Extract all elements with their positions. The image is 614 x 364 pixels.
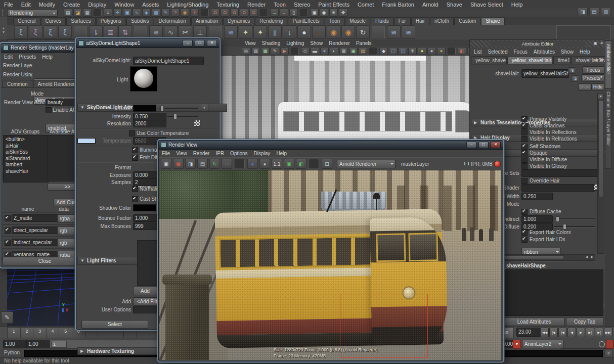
toolbox-toggle-icon[interactable]: ◨ [578,7,588,16]
snap-point-icon[interactable]: Ω [230,9,239,17]
checkbox[interactable] [521,136,528,142]
shelf-tab[interactable]: Deformation [154,17,190,25]
status-icon[interactable] [201,9,209,16]
redo-render-icon[interactable]: ▣ [161,159,171,169]
intensity-slider[interactable] [167,116,198,117]
render-view-menu-item[interactable]: Display [251,150,274,157]
current-time-field[interactable]: 23.00 [516,328,541,337]
attribute-editor-menu-item[interactable]: Help [577,48,593,56]
input-connections-icon[interactable]: → [270,9,279,17]
normalize-checkbox[interactable] [132,186,138,192]
render-view-menu-item[interactable]: IPR [212,150,227,157]
diffuse-cache-checkbox[interactable] [521,209,528,215]
cast-shadows-checkbox[interactable] [132,196,138,202]
shelf-tab[interactable]: General [13,17,40,25]
curve-icon[interactable]: ◈ [142,9,151,17]
shave-lock-icon[interactable]: ◉ [327,25,340,39]
status-icon[interactable] [260,9,268,16]
shelf-tab[interactable]: Fur [394,17,411,25]
checkbox[interactable] [521,163,528,169]
render-view-aov-field[interactable]: beauty [46,99,78,106]
light-preview-swatch[interactable] [130,66,157,92]
step-back-key-button[interactable]: |◀ [558,328,567,337]
color-swatch[interactable] [133,105,156,112]
hypershade-icon[interactable]: ❖ [339,9,347,17]
lattice-icon[interactable]: ∿ [133,9,141,17]
color-map-icon[interactable]: ▸ [201,104,208,111]
menubar-item[interactable]: Paint Effects [314,0,354,9]
shelf-tab[interactable]: Dynamics [223,17,254,25]
render-settings-titlebar[interactable]: Render Settings (masterLayer) ✕ [1,43,88,53]
shelf-icon[interactable] [209,26,222,38]
shave-arc-icon[interactable]: ↻ [356,25,370,39]
attribute-editor-tab[interactable]: yellow_shaveHairShape [507,56,553,64]
help-mode-icon[interactable]: ? [171,9,180,17]
auto-keyframe-toggle[interactable]: ▾ [513,340,521,349]
minimize-button[interactable]: – [466,142,476,148]
viewport-menu-item[interactable]: Renderer [326,39,353,47]
shelf-tab[interactable]: Muscle [345,17,370,25]
playback-start-field[interactable]: 1.00 [26,340,51,348]
close-render-settings-button[interactable]: Close [3,257,87,265]
open-scene-icon[interactable]: ◪ [73,9,82,17]
shaded-icon[interactable]: ▬ [311,47,319,55]
lock-camera-icon[interactable]: ▥ [251,47,260,55]
aov-group-item[interactable]: aiStandard [6,156,48,162]
image-plane-icon[interactable]: ▶ [280,47,289,55]
swap-node-icon[interactable]: ◨ [568,67,576,74]
shave-scale-icon[interactable]: ⊥ [193,25,207,39]
side-tab-channel-box[interactable]: Channel Box / Layer Editor [605,88,612,169]
menubar-item[interactable]: Create [59,0,84,9]
isolate-select-icon[interactable]: ◆ [379,47,388,55]
render-view-menu-item[interactable]: Help [273,150,290,157]
shave-style-hair-icon[interactable]: ξ [43,25,57,39]
shelf-tab[interactable]: nCloth [430,17,454,25]
snap-curve-icon[interactable]: Ω [221,9,229,17]
render-settings-menu-item[interactable]: Edit [1,53,16,61]
menubar-item[interactable]: Window [110,0,138,9]
light-gray-icon[interactable]: ● [427,47,436,55]
shave-field-icon[interactable]: ≋ [402,25,415,39]
alpha-channel-icon[interactable]: ● [259,159,270,169]
play-backwards-button[interactable]: ◀ [567,328,576,337]
viewport-menu-item[interactable]: Show [307,39,326,47]
aov-group-item[interactable]: shaveHair [6,168,48,175]
intensity-field[interactable]: 0.750 [133,113,166,120]
viewport-toolbar-icon[interactable] [369,48,377,55]
status-icon[interactable] [94,9,102,16]
shave-recomb-icon[interactable]: ξ [58,25,72,39]
channel-box-toggle-icon[interactable]: ▥ [601,7,611,16]
pixel-width-field[interactable]: 0.250 [521,193,553,200]
render-view-menu-item[interactable]: View [173,150,190,157]
pixel-region-icon[interactable]: ∷ [222,159,232,169]
attribute-editor-toggle-icon[interactable]: ▤ [589,7,599,16]
skydome-node-field[interactable]: aiSkyDomeLightShape1 [133,57,204,65]
checkbox[interactable] [521,123,528,129]
shave-create-hair-icon[interactable]: ξ [14,25,28,39]
viewport-toolbar-icon[interactable] [448,48,456,55]
tab-scroll-right-icon[interactable]: ▶ [600,58,603,62]
snapshot-icon[interactable]: ◨ [185,159,196,169]
menubar-item[interactable]: Display [84,0,110,9]
attribute-editor-menu-item[interactable]: List [471,48,485,56]
shave-scraggle-icon[interactable]: ∿ [164,25,178,39]
shelf-tab-switcher[interactable]: ▲▼ [1,26,6,37]
ipr-stop-icon[interactable] [494,161,501,167]
checkbox[interactable] [521,129,528,135]
select-camera-icon[interactable]: ◎ [242,47,250,55]
viewport-menu-item[interactable]: Panels [353,39,375,47]
maximize-button[interactable]: □ [478,142,489,148]
menubar-item[interactable]: Render [243,0,270,9]
light-gold-icon[interactable]: ● [437,47,446,55]
light-yellow-icon[interactable]: ● [418,47,426,55]
menubar-item[interactable]: Stereo [290,0,314,9]
aov-name-field[interactable]: Z_matte [12,214,58,222]
menubar-item[interactable]: File [0,0,17,9]
display-exposure-icon[interactable]: ▣ [284,159,294,169]
snap-grid-icon[interactable]: Ω [211,9,220,17]
resolution-field[interactable]: 2000 [133,120,166,127]
shelf-tab[interactable]: Toon [325,17,345,25]
presets-button[interactable]: Presets* [581,74,604,82]
new-scene-icon[interactable]: ▤ [64,9,72,17]
script-editor-icon[interactable]: ≡ [604,350,613,357]
